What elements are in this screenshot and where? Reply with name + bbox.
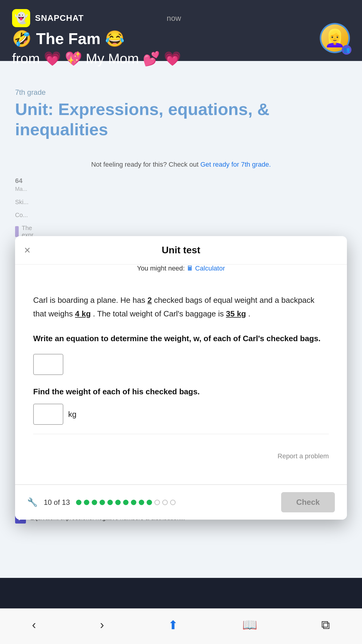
problem-description: Carl is boarding a plane. He has 2 check… — [33, 293, 329, 320]
share-icon: ⬆ — [168, 618, 178, 632]
tabs-button[interactable]: ⧉ — [312, 615, 339, 635]
calculator-note: You might need: 🖩 Calculator — [15, 264, 347, 272]
tabs-icon: ⧉ — [321, 618, 330, 632]
report-problem[interactable]: Report a problem — [15, 452, 347, 466]
calculator-link[interactable]: 🖩 Calculator — [187, 264, 225, 272]
notification-time: now — [167, 14, 181, 23]
back-icon: ‹ — [32, 618, 36, 632]
bottom-navigation: ‹ › ⬆ 📖 ⧉ — [0, 608, 362, 644]
equation-input[interactable] — [33, 354, 63, 375]
progress-label: 10 of 13 — [44, 498, 70, 507]
weight-input-row: kg — [33, 404, 329, 425]
modal-body: Carl is boarding a plane. He has 2 check… — [15, 284, 347, 452]
share-button[interactable]: ⬆ — [159, 615, 187, 635]
dot-10 — [147, 500, 152, 505]
back-button[interactable]: ‹ — [23, 615, 45, 635]
dot-7 — [123, 500, 129, 505]
kg-label: kg — [68, 410, 76, 419]
notification-header: 👻 SNAPCHAT now — [12, 9, 181, 27]
dot-3 — [92, 500, 97, 505]
page-wrapper: 👻 SNAPCHAT now 🤣 The Fam 😂 from 💗 💖 My M… — [0, 0, 362, 644]
forward-icon: › — [100, 618, 104, 632]
ready-link[interactable]: Get ready for 7th grade. — [200, 161, 271, 168]
book-icon: 📖 — [242, 618, 257, 632]
dot-1 — [76, 500, 81, 505]
app-name: SNAPCHAT — [35, 13, 84, 23]
forward-button[interactable]: › — [91, 615, 113, 635]
modal-header: × Unit test — [15, 236, 347, 264]
progress-icon: 🔧 — [27, 497, 38, 507]
unit-test-modal: × Unit test You might need: 🖩 Calculator… — [15, 236, 347, 520]
ready-notice: Not feeling ready for this? Check out Ge… — [15, 155, 347, 175]
problem-val2: 4 kg — [75, 309, 91, 318]
calc-label: You might need: — [137, 264, 185, 272]
q1-label: Write an equation to determine the weigh… — [33, 334, 320, 343]
notification-from: from 💗 💖 My Mom 💕 💗 — [12, 50, 181, 67]
dot-8 — [131, 500, 136, 505]
close-button[interactable]: × — [24, 245, 30, 256]
avatar-badge: 👥 — [342, 45, 351, 55]
avatar: 👱‍♀️ 👥 — [320, 23, 350, 53]
equation-input-wrapper — [33, 354, 329, 375]
modal-footer: 🔧 10 of 13 — [15, 484, 347, 520]
from-user: 💗 💖 My Mom 💕 💗 — [44, 51, 181, 66]
dot-4 — [100, 500, 105, 505]
modal-spacer — [15, 466, 347, 484]
bg-number: 64 — [15, 177, 22, 184]
weight-input[interactable] — [33, 404, 63, 425]
book-button[interactable]: 📖 — [233, 615, 266, 635]
problem-val3: 35 kg — [226, 309, 246, 318]
dot-12 — [162, 500, 168, 505]
bottom-spacer — [15, 530, 347, 566]
snapchat-logo: 👻 — [12, 9, 30, 27]
progress-info: 🔧 10 of 13 — [27, 497, 176, 507]
check-button[interactable]: Check — [281, 492, 335, 512]
problem-val1: 2 — [148, 296, 152, 305]
ready-text: Not feeling ready for this? Check out — [91, 161, 198, 168]
problem-text-3: . The total weight of Carl's baggage is — [93, 309, 224, 318]
notification-group: 🤣 The Fam 😂 — [12, 30, 181, 48]
progress-dots — [76, 500, 176, 505]
dot-11 — [154, 500, 160, 505]
modal-title: Unit test — [162, 245, 200, 256]
problem-text-1: Carl is boarding a plane. He has — [33, 296, 145, 305]
from-label: from — [12, 51, 40, 66]
question2-text: Find the weight of each of his checked b… — [33, 387, 329, 396]
dot-13 — [170, 500, 176, 505]
dot-6 — [115, 500, 121, 505]
notification-content: 👻 SNAPCHAT now 🤣 The Fam 😂 from 💗 💖 My M… — [12, 9, 181, 67]
question1-text: Write an equation to determine the weigh… — [33, 332, 329, 345]
dot-2 — [84, 500, 89, 505]
background-content: Not feeling ready for this? Check out Ge… — [0, 146, 362, 327]
dot-9 — [139, 500, 144, 505]
dot-5 — [107, 500, 113, 505]
problem-text-4: . — [248, 309, 250, 318]
modal-divider — [33, 434, 329, 434]
